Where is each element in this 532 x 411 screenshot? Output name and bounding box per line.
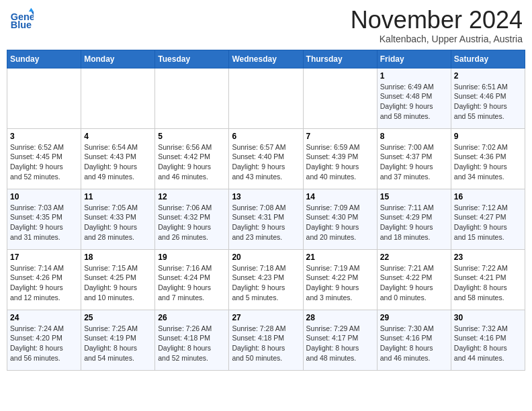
calendar-week-3: 10Sunrise: 7:03 AM Sunset: 4:35 PM Dayli…: [7, 189, 525, 249]
calendar-cell: 23Sunrise: 7:22 AM Sunset: 4:21 PM Dayli…: [451, 249, 525, 310]
day-number: 2: [454, 71, 522, 81]
calendar-cell: 25Sunrise: 7:25 AM Sunset: 4:19 PM Dayli…: [81, 310, 155, 370]
calendar-cell: [229, 68, 303, 128]
day-number: 19: [158, 253, 226, 262]
day-info: Sunrise: 6:52 AM Sunset: 4:45 PM Dayligh…: [10, 142, 78, 182]
calendar-cell: 20Sunrise: 7:18 AM Sunset: 4:23 PM Dayli…: [229, 249, 303, 310]
calendar-cell: 17Sunrise: 7:14 AM Sunset: 4:26 PM Dayli…: [7, 249, 81, 310]
calendar-cell: 29Sunrise: 7:30 AM Sunset: 4:16 PM Dayli…: [377, 310, 451, 370]
day-number: 21: [306, 253, 374, 262]
page-header: General Blue November 2024 Kaltenbach, U…: [7, 7, 525, 44]
day-number: 16: [454, 192, 522, 201]
calendar-cell: 13Sunrise: 7:08 AM Sunset: 4:31 PM Dayli…: [229, 189, 303, 249]
day-number: 6: [232, 132, 300, 141]
location-title: Kaltenbach, Upper Austria, Austria: [351, 34, 523, 44]
weekday-header-row: SundayMondayTuesdayWednesdayThursdayFrid…: [7, 50, 525, 68]
day-info: Sunrise: 7:03 AM Sunset: 4:35 PM Dayligh…: [10, 203, 78, 242]
calendar-cell: 15Sunrise: 7:11 AM Sunset: 4:29 PM Dayli…: [377, 189, 451, 249]
day-info: Sunrise: 7:25 AM Sunset: 4:19 PM Dayligh…: [84, 324, 152, 363]
svg-marker-2: [29, 8, 34, 11]
day-info: Sunrise: 6:57 AM Sunset: 4:40 PM Dayligh…: [232, 142, 300, 182]
calendar-cell: 24Sunrise: 7:24 AM Sunset: 4:20 PM Dayli…: [7, 310, 81, 370]
day-number: 1: [380, 71, 448, 81]
day-info: Sunrise: 7:06 AM Sunset: 4:32 PM Dayligh…: [158, 203, 226, 242]
calendar-cell: 26Sunrise: 7:26 AM Sunset: 4:18 PM Dayli…: [155, 310, 229, 370]
day-number: 9: [454, 132, 522, 141]
day-number: 3: [10, 132, 78, 141]
logo: General Blue: [9, 7, 34, 31]
calendar-cell: 1Sunrise: 6:49 AM Sunset: 4:48 PM Daylig…: [377, 68, 451, 128]
calendar-table: SundayMondayTuesdayWednesdayThursdayFrid…: [7, 50, 525, 371]
day-number: 26: [158, 313, 226, 322]
weekday-header-wednesday: Wednesday: [229, 50, 303, 68]
day-info: Sunrise: 7:00 AM Sunset: 4:37 PM Dayligh…: [380, 142, 448, 182]
calendar-cell: 5Sunrise: 6:56 AM Sunset: 4:42 PM Daylig…: [155, 128, 229, 189]
day-number: 20: [232, 253, 300, 262]
calendar-cell: 21Sunrise: 7:19 AM Sunset: 4:22 PM Dayli…: [303, 249, 377, 310]
weekday-header-thursday: Thursday: [303, 50, 377, 68]
day-info: Sunrise: 7:18 AM Sunset: 4:23 PM Dayligh…: [232, 263, 300, 303]
calendar-cell: [81, 68, 155, 128]
calendar-cell: 12Sunrise: 7:06 AM Sunset: 4:32 PM Dayli…: [155, 189, 229, 249]
day-info: Sunrise: 7:14 AM Sunset: 4:26 PM Dayligh…: [10, 263, 78, 303]
day-info: Sunrise: 7:32 AM Sunset: 4:16 PM Dayligh…: [454, 324, 522, 363]
calendar-cell: 6Sunrise: 6:57 AM Sunset: 4:40 PM Daylig…: [229, 128, 303, 189]
day-info: Sunrise: 7:30 AM Sunset: 4:16 PM Dayligh…: [380, 324, 448, 363]
day-number: 23: [454, 253, 522, 262]
day-info: Sunrise: 6:54 AM Sunset: 4:43 PM Dayligh…: [84, 142, 152, 182]
day-number: 8: [380, 132, 448, 141]
day-number: 22: [380, 253, 448, 262]
weekday-header-monday: Monday: [81, 50, 155, 68]
calendar-week-1: 1Sunrise: 6:49 AM Sunset: 4:48 PM Daylig…: [7, 68, 525, 128]
calendar-cell: 27Sunrise: 7:28 AM Sunset: 4:18 PM Dayli…: [229, 310, 303, 370]
weekday-header-tuesday: Tuesday: [155, 50, 229, 68]
day-info: Sunrise: 7:26 AM Sunset: 4:18 PM Dayligh…: [158, 324, 226, 363]
day-number: 10: [10, 192, 78, 201]
day-number: 12: [158, 192, 226, 201]
title-block: November 2024 Kaltenbach, Upper Austria,…: [351, 7, 523, 44]
day-info: Sunrise: 7:29 AM Sunset: 4:17 PM Dayligh…: [306, 324, 374, 363]
calendar-cell: [7, 68, 81, 128]
day-number: 29: [380, 313, 448, 322]
day-info: Sunrise: 6:59 AM Sunset: 4:39 PM Dayligh…: [306, 142, 374, 182]
logo-icon: General Blue: [9, 7, 34, 31]
day-info: Sunrise: 7:21 AM Sunset: 4:22 PM Dayligh…: [380, 263, 448, 303]
day-info: Sunrise: 7:05 AM Sunset: 4:33 PM Dayligh…: [84, 203, 152, 242]
day-number: 14: [306, 192, 374, 201]
day-info: Sunrise: 7:15 AM Sunset: 4:25 PM Dayligh…: [84, 263, 152, 303]
day-number: 15: [380, 192, 448, 201]
day-number: 24: [10, 313, 78, 322]
calendar-cell: 28Sunrise: 7:29 AM Sunset: 4:17 PM Dayli…: [303, 310, 377, 370]
day-info: Sunrise: 7:08 AM Sunset: 4:31 PM Dayligh…: [232, 203, 300, 242]
calendar-week-2: 3Sunrise: 6:52 AM Sunset: 4:45 PM Daylig…: [7, 128, 525, 189]
svg-text:Blue: Blue: [11, 19, 32, 30]
day-number: 18: [84, 253, 152, 262]
calendar-week-5: 24Sunrise: 7:24 AM Sunset: 4:20 PM Dayli…: [7, 310, 525, 370]
day-info: Sunrise: 6:56 AM Sunset: 4:42 PM Dayligh…: [158, 142, 226, 182]
day-number: 7: [306, 132, 374, 141]
day-number: 5: [158, 132, 226, 141]
weekday-header-saturday: Saturday: [451, 50, 525, 68]
calendar-cell: 7Sunrise: 6:59 AM Sunset: 4:39 PM Daylig…: [303, 128, 377, 189]
day-number: 13: [232, 192, 300, 201]
calendar-cell: 22Sunrise: 7:21 AM Sunset: 4:22 PM Dayli…: [377, 249, 451, 310]
day-info: Sunrise: 6:49 AM Sunset: 4:48 PM Dayligh…: [380, 82, 448, 122]
calendar-cell: 14Sunrise: 7:09 AM Sunset: 4:30 PM Dayli…: [303, 189, 377, 249]
day-number: 27: [232, 313, 300, 322]
day-number: 4: [84, 132, 152, 141]
day-number: 25: [84, 313, 152, 322]
day-number: 11: [84, 192, 152, 201]
calendar-cell: [303, 68, 377, 128]
calendar-cell: 10Sunrise: 7:03 AM Sunset: 4:35 PM Dayli…: [7, 189, 81, 249]
calendar-cell: 19Sunrise: 7:16 AM Sunset: 4:24 PM Dayli…: [155, 249, 229, 310]
calendar-cell: 2Sunrise: 6:51 AM Sunset: 4:46 PM Daylig…: [451, 68, 525, 128]
weekday-header-sunday: Sunday: [7, 50, 81, 68]
day-info: Sunrise: 7:12 AM Sunset: 4:27 PM Dayligh…: [454, 203, 522, 242]
day-info: Sunrise: 7:02 AM Sunset: 4:36 PM Dayligh…: [454, 142, 522, 182]
calendar-cell: 3Sunrise: 6:52 AM Sunset: 4:45 PM Daylig…: [7, 128, 81, 189]
month-title: November 2024: [351, 7, 523, 34]
day-info: Sunrise: 6:51 AM Sunset: 4:46 PM Dayligh…: [454, 82, 522, 122]
calendar-cell: 4Sunrise: 6:54 AM Sunset: 4:43 PM Daylig…: [81, 128, 155, 189]
day-number: 17: [10, 253, 78, 262]
calendar-cell: 11Sunrise: 7:05 AM Sunset: 4:33 PM Dayli…: [81, 189, 155, 249]
